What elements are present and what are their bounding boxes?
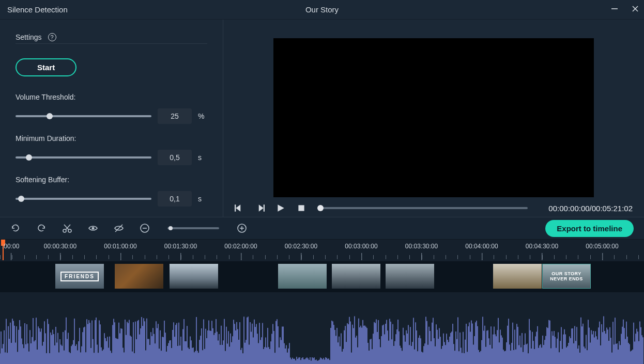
svg-rect-6 [264, 204, 265, 212]
video-preview[interactable] [273, 38, 594, 197]
zoom-slider[interactable] [167, 227, 219, 229]
timeline: :00:0000:00:30:0000:01:00:0000:01:30:000… [0, 240, 644, 364]
clip-thumbnail[interactable] [332, 264, 380, 289]
clip-thumbnail[interactable] [278, 264, 327, 289]
project-title: Our Story [305, 5, 339, 14]
clip-thumbnail[interactable]: OUR STORY NEVER ENDS [542, 264, 591, 289]
minimum-duration-unit: s [198, 153, 207, 162]
app-title: Silence Detection [7, 5, 68, 14]
zoom-out-button[interactable] [140, 223, 150, 233]
export-to-timeline-button[interactable]: Export to timeline [545, 220, 634, 237]
clip-thumbnail[interactable] [115, 264, 163, 289]
minimize-button[interactable] [611, 5, 618, 14]
clip-row[interactable]: FRIENDSOUR STORY NEVER ENDS [0, 261, 644, 292]
redo-button[interactable] [36, 223, 47, 233]
ruler-label: 00:04:00:00 [465, 243, 498, 250]
timeline-toolbar: Export to timeline [0, 217, 644, 240]
ruler-label: 00:03:30:00 [405, 243, 438, 250]
help-icon[interactable]: ? [48, 33, 56, 41]
volume-threshold-unit: % [198, 112, 207, 120]
waveform-row[interactable] [0, 292, 644, 364]
titlebar: Silence Detection Our Story [0, 0, 644, 20]
undo-button[interactable] [10, 223, 21, 233]
settings-label: Settings [16, 33, 42, 41]
ruler-label: :00:00 [2, 243, 19, 250]
preview-panel: 00:00:00:00/00:05:21:02 [223, 20, 644, 217]
settings-panel: Settings ? Start Volume Threshold: 25 % … [0, 20, 223, 217]
ruler-label: 00:02:30:00 [285, 243, 317, 250]
svg-marker-5 [259, 204, 264, 212]
clip-thumbnail[interactable] [386, 264, 434, 289]
clip-thumbnail[interactable] [170, 264, 218, 289]
ruler-label: 00:00:30:00 [44, 243, 76, 250]
ruler-label: 00:01:00:00 [104, 243, 136, 250]
svg-line-14 [115, 225, 122, 232]
time-ruler[interactable]: :00:0000:00:30:0000:01:00:0000:01:30:000… [0, 240, 644, 260]
step-forward-button[interactable] [255, 203, 265, 213]
start-button[interactable]: Start [16, 58, 76, 76]
minimum-duration-slider[interactable] [16, 156, 151, 159]
svg-rect-8 [298, 205, 304, 211]
minimum-duration-label: Minimum Duration: [16, 134, 207, 143]
svg-rect-4 [235, 204, 236, 212]
volume-threshold-input[interactable]: 25 [158, 108, 192, 124]
volume-threshold-label: Volume Threshold: [16, 93, 207, 101]
ruler-label: 00:05:00:00 [586, 243, 618, 250]
close-button[interactable] [632, 5, 639, 14]
ruler-label: 00:01:30:00 [164, 243, 197, 250]
hide-icon[interactable] [114, 223, 124, 233]
ruler-label: 00:02:00:00 [224, 243, 257, 250]
ruler-label: 00:04:30:00 [526, 243, 558, 250]
clip-thumbnail[interactable]: FRIENDS [55, 264, 104, 289]
clip-thumbnail[interactable] [493, 264, 542, 289]
stop-button[interactable] [297, 203, 306, 213]
ruler-label: 00:03:00:00 [345, 243, 377, 250]
softening-buffer-slider[interactable] [16, 198, 151, 200]
volume-threshold-slider[interactable] [16, 115, 151, 117]
transport-bar: 00:00:00:00/00:05:21:02 [223, 197, 644, 217]
svg-point-13 [92, 227, 95, 230]
softening-buffer-input[interactable]: 0,1 [158, 191, 192, 207]
minimum-duration-input[interactable]: 0,5 [158, 150, 192, 165]
show-icon[interactable] [88, 223, 98, 233]
svg-marker-7 [278, 204, 284, 212]
svg-marker-3 [236, 204, 240, 212]
play-button[interactable] [276, 203, 285, 213]
cut-icon[interactable] [62, 223, 72, 233]
softening-buffer-label: Softening Buffer: [16, 176, 207, 184]
step-back-button[interactable] [235, 203, 244, 213]
zoom-in-button[interactable] [237, 223, 247, 233]
softening-buffer-unit: s [198, 195, 207, 203]
progress-slider[interactable] [320, 207, 528, 209]
clip-overlay-text: FRIENDS [55, 264, 104, 289]
time-readout: 00:00:00:00/00:05:21:02 [548, 204, 633, 213]
clip-overlay-text: OUR STORY NEVER ENDS [543, 264, 590, 288]
